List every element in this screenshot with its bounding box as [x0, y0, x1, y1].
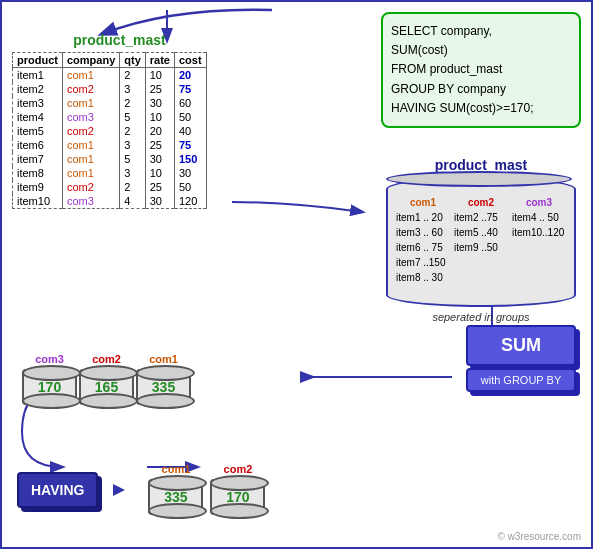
db-group-items-com2: item2 ..75 item5 ..40 item9 ..50 — [454, 210, 508, 255]
cell-cost: 20 — [174, 68, 206, 83]
cell-product: item9 — [13, 180, 63, 194]
cell-company: com3 — [62, 110, 119, 124]
cell-company: com1 — [62, 138, 119, 152]
cell-product: item10 — [13, 194, 63, 209]
having-box: HAVING — [17, 472, 98, 508]
having-barrel-com1-value: 335 — [148, 479, 203, 515]
cell-qty: 4 — [120, 194, 146, 209]
db-group-items-com1: item1 .. 20 item3 .. 60 item6 .. 75 item… — [396, 210, 450, 285]
cell-product: item1 — [13, 68, 63, 83]
cell-rate: 10 — [145, 166, 174, 180]
barrel-com3-label: com3 — [35, 353, 64, 365]
table-row: item7com1530150 — [13, 152, 207, 166]
barrels-section: com3 170 com2 165 com1 335 — [22, 353, 193, 407]
col-header-cost: cost — [174, 53, 206, 68]
db-group-items-com3: item4 .. 50 item10..120 — [512, 210, 566, 240]
db-groups: com1 item1 .. 20 item3 .. 60 item6 .. 75… — [396, 187, 566, 285]
cell-cost: 30 — [174, 166, 206, 180]
having-barrel-com2-value: 170 — [210, 479, 265, 515]
cell-product: item2 — [13, 82, 63, 96]
cell-rate: 20 — [145, 124, 174, 138]
barrel-com1-value: 335 — [136, 369, 191, 405]
barrel-com3: com3 170 — [22, 353, 77, 407]
db-group-com1: com1 item1 .. 20 item3 .. 60 item6 .. 75… — [396, 197, 450, 285]
cell-product: item8 — [13, 166, 63, 180]
having-barrel-com2: com2 170 — [210, 463, 265, 517]
group-by-label: with GROUP BY — [466, 368, 576, 392]
table-row: item4com351050 — [13, 110, 207, 124]
data-table: product company qty rate cost item1com12… — [12, 52, 207, 209]
cell-qty: 5 — [120, 110, 146, 124]
cell-qty: 5 — [120, 152, 146, 166]
cell-company: com1 — [62, 152, 119, 166]
cell-rate: 10 — [145, 68, 174, 83]
barrel-com1-label: com1 — [149, 353, 178, 365]
cell-qty: 3 — [120, 166, 146, 180]
cell-qty: 3 — [120, 82, 146, 96]
cell-product: item5 — [13, 124, 63, 138]
cell-company: com2 — [62, 180, 119, 194]
table-row: item5com222040 — [13, 124, 207, 138]
db-group-com3: com3 item4 .. 50 item10..120 — [512, 197, 566, 240]
table-row: item8com131030 — [13, 166, 207, 180]
col-header-qty: qty — [120, 53, 146, 68]
watermark: © w3resource.com — [497, 531, 581, 542]
cell-qty: 3 — [120, 138, 146, 152]
main-container: product_mast product company qty rate co… — [0, 0, 593, 549]
having-barrels: com1 335 com2 170 — [148, 463, 267, 517]
col-header-company: company — [62, 53, 119, 68]
cell-company: com2 — [62, 124, 119, 138]
table-section: product_mast product company qty rate co… — [12, 32, 227, 209]
db-group-com2: com2 item2 ..75 item5 ..40 item9 ..50 — [454, 197, 508, 255]
cell-qty: 2 — [120, 68, 146, 83]
db-group-title-com1: com1 — [396, 197, 450, 208]
cell-cost: 120 — [174, 194, 206, 209]
cell-qty: 2 — [120, 96, 146, 110]
barrel-com2-label: com2 — [92, 353, 121, 365]
cell-cost: 75 — [174, 82, 206, 96]
db-container: product_mast com1 item1 .. 20 item3 .. 6… — [386, 157, 576, 307]
barrel-com2: com2 165 — [79, 353, 134, 407]
db-top-ellipse — [386, 171, 572, 187]
barrel-com1: com1 335 — [136, 353, 191, 407]
cell-cost: 40 — [174, 124, 206, 138]
barrel-com3-container: 170 — [22, 367, 77, 407]
cell-rate: 10 — [145, 110, 174, 124]
table-row: item10com3430120 — [13, 194, 207, 209]
cell-company: com1 — [62, 166, 119, 180]
barrel-com2-value: 165 — [79, 369, 134, 405]
cell-cost: 75 — [174, 138, 206, 152]
cell-cost: 50 — [174, 110, 206, 124]
cell-rate: 25 — [145, 180, 174, 194]
having-section: HAVING com1 335 com2 170 — [17, 463, 267, 517]
cell-rate: 30 — [145, 194, 174, 209]
sql-line5: HAVING SUM(cost)>=170; — [391, 101, 534, 115]
sql-line2: SUM(cost) — [391, 43, 448, 57]
cell-company: com1 — [62, 68, 119, 83]
cell-product: item3 — [13, 96, 63, 110]
having-arrow-icon — [113, 480, 133, 500]
sql-line1: SELECT company, — [391, 24, 492, 38]
cell-product: item6 — [13, 138, 63, 152]
cell-rate: 25 — [145, 138, 174, 152]
table-row: item6com132575 — [13, 138, 207, 152]
having-barrel-com2-container: 170 — [210, 477, 265, 517]
db-group-title-com2: com2 — [454, 197, 508, 208]
cell-company: com1 — [62, 96, 119, 110]
having-barrel-com1-container: 335 — [148, 477, 203, 517]
barrel-com3-value: 170 — [22, 369, 77, 405]
db-group-title-com3: com3 — [512, 197, 566, 208]
svg-marker-2 — [113, 484, 125, 496]
separated-text: seperated in groups — [388, 311, 574, 323]
col-header-product: product — [13, 53, 63, 68]
cell-cost: 150 — [174, 152, 206, 166]
cell-company: com2 — [62, 82, 119, 96]
cell-product: item7 — [13, 152, 63, 166]
having-barrel-com1: com1 335 — [148, 463, 203, 517]
table-row: item2com232575 — [13, 82, 207, 96]
barrel-com2-container: 165 — [79, 367, 134, 407]
cell-qty: 2 — [120, 180, 146, 194]
table-row: item1com121020 — [13, 68, 207, 83]
having-barrel-com2-label: com2 — [224, 463, 253, 475]
barrel-com1-container: 335 — [136, 367, 191, 407]
